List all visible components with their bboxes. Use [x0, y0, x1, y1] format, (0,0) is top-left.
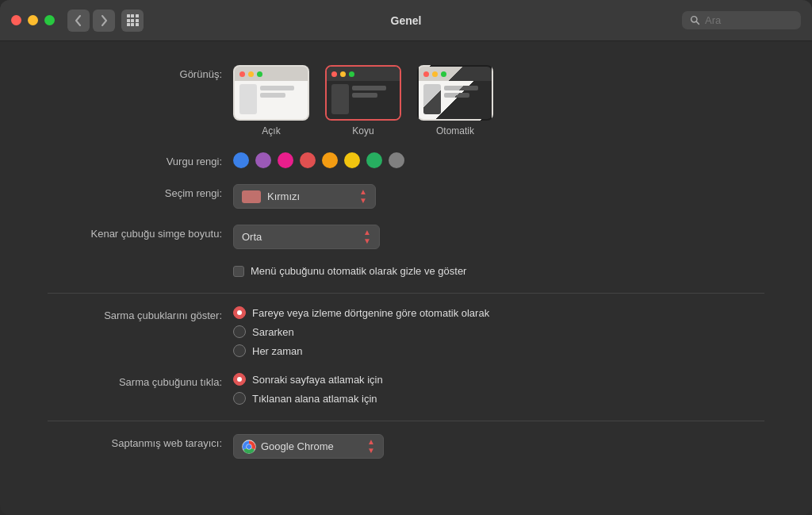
appearance-thumb-acik [233, 65, 309, 121]
scrollbar-click-label: Sarma çubuğunu tıkla: [48, 373, 222, 388]
radio-inner-icon [237, 310, 242, 315]
appearance-thumb-koyu [325, 65, 401, 121]
selection-color-value: Kırmızı [267, 190, 353, 202]
minimize-button[interactable] [28, 15, 38, 25]
radio-auto[interactable] [233, 306, 246, 319]
default-browser-dropdown[interactable]: Google Chrome ▲ ▼ [233, 434, 384, 459]
accent-color-row: Vurgu rengi: [48, 152, 764, 168]
accent-pink[interactable] [278, 152, 293, 168]
scrollbars-show-label: Sarma çubuklarını göster: [48, 306, 222, 321]
menu-bar-checkbox[interactable] [233, 266, 244, 277]
scrollbar-click-spot-label: Tıklanan alana atlamak için [252, 393, 377, 405]
accent-red[interactable] [300, 152, 316, 168]
grid-view-button[interactable] [121, 10, 144, 32]
radio-clickspot[interactable] [233, 392, 246, 405]
scrollbars-show-auto-label: Fareye veya izleme dörtgenine göre otoma… [252, 307, 489, 319]
scrollbar-click-spot[interactable]: Tıklanan alana atlamak için [233, 392, 383, 405]
selection-color-label: Seçim rengi: [48, 184, 222, 199]
forward-icon [100, 15, 108, 26]
accent-gray[interactable] [389, 152, 404, 168]
accent-purple[interactable] [255, 152, 271, 168]
menu-bar-checkbox-label: Menü çubuğunu otomatik olarak gizle ve g… [251, 265, 466, 277]
nav-buttons [67, 10, 115, 32]
svg-point-4 [247, 444, 251, 449]
radio-inner-nextpage [237, 377, 242, 382]
divider-2 [48, 421, 764, 421]
maximize-button[interactable] [44, 15, 55, 25]
appearance-option-otomatik[interactable]: Otomatik [417, 65, 493, 136]
accent-yellow[interactable] [344, 152, 360, 168]
appearance-thumb-otomatik [417, 65, 493, 121]
radio-scrolling[interactable] [233, 325, 246, 338]
radio-nextpage[interactable] [233, 373, 246, 386]
menu-bar-empty-label [48, 265, 222, 268]
scrollbar-click-nextpage-label: Sonraki sayfaya atlamak için [252, 374, 383, 386]
settings-content: Görünüş: [0, 41, 812, 515]
scrollbars-show-scrolling-label: Sararken [252, 326, 294, 338]
selection-color-swatch [242, 190, 261, 203]
back-icon [75, 15, 82, 26]
sidebar-icon-size-row: Kenar çubuğu simge boyutu: Orta ▲ ▼ [48, 225, 764, 249]
dropdown-arrows-icon: ▲ ▼ [359, 188, 367, 205]
search-icon [690, 15, 700, 25]
scrollbar-click-row: Sarma çubuğunu tıkla: Sonraki sayfaya at… [48, 373, 764, 405]
default-browser-row: Saptanmış web tarayıcı: [48, 434, 764, 459]
sidebar-icon-size-value: Orta [242, 231, 357, 243]
chrome-icon [242, 440, 256, 454]
scrollbars-show-row: Sarma çubuklarını göster: Fareye veya iz… [48, 306, 764, 357]
accent-green[interactable] [366, 152, 382, 168]
back-button[interactable] [67, 10, 90, 32]
sidebar-icon-size-label: Kenar çubuğu simge boyutu: [48, 225, 222, 240]
search-box[interactable] [682, 11, 801, 29]
radio-always[interactable] [233, 344, 246, 357]
accent-color-label: Vurgu rengi: [48, 152, 222, 167]
dropdown-arrows-icon2: ▲ ▼ [363, 229, 371, 245]
appearance-label-koyu: Koyu [352, 125, 373, 136]
window-title: Genel [391, 14, 422, 27]
appearance-label-acik: Açık [262, 125, 280, 136]
accent-orange[interactable] [322, 152, 338, 168]
close-button[interactable] [11, 15, 21, 25]
traffic-lights [11, 15, 55, 25]
scrollbars-show-scrolling[interactable]: Sararken [233, 325, 489, 338]
search-input[interactable] [705, 14, 793, 26]
svg-line-1 [696, 21, 699, 24]
appearance-option-acik[interactable]: Açık [233, 65, 309, 136]
scrollbars-show-always-label: Her zaman [252, 345, 303, 357]
appearance-label-otomatik: Otomatik [436, 125, 474, 136]
selection-color-dropdown[interactable]: Kırmızı ▲ ▼ [233, 184, 376, 209]
selection-color-row: Seçim rengi: Kırmızı ▲ ▼ [48, 184, 764, 209]
divider-1 [48, 293, 764, 294]
menu-bar-checkbox-row: Menü çubuğunu otomatik olarak gizle ve g… [233, 265, 466, 277]
accent-color-options [233, 152, 764, 168]
menu-bar-row: Menü çubuğunu otomatik olarak gizle ve g… [48, 265, 764, 277]
scrollbar-click-nextpage[interactable]: Sonraki sayfaya atlamak için [233, 373, 383, 386]
accent-blue[interactable] [233, 152, 249, 168]
scrollbars-show-always[interactable]: Her zaman [233, 344, 489, 357]
grid-icon [127, 14, 139, 26]
forward-button[interactable] [93, 10, 115, 32]
scrollbars-show-options: Fareye veya izleme dörtgenine göre otoma… [233, 306, 489, 357]
appearance-row: Görünüş: [48, 65, 764, 136]
appearance-options: Açık [233, 65, 764, 136]
window: Genel Görünüş: [0, 0, 812, 515]
titlebar: Genel [0, 0, 812, 41]
scrollbars-show-auto[interactable]: Fareye veya izleme dörtgenine göre otoma… [233, 306, 489, 319]
scrollbar-click-options: Sonraki sayfaya atlamak için Tıklanan al… [233, 373, 383, 405]
appearance-label: Görünüş: [48, 65, 222, 80]
default-browser-value: Google Chrome [261, 440, 362, 452]
default-browser-label: Saptanmış web tarayıcı: [48, 434, 222, 449]
browser-dropdown-arrows-icon: ▲ ▼ [367, 438, 375, 455]
sidebar-icon-size-dropdown[interactable]: Orta ▲ ▼ [233, 225, 380, 249]
appearance-option-koyu[interactable]: Koyu [325, 65, 401, 136]
